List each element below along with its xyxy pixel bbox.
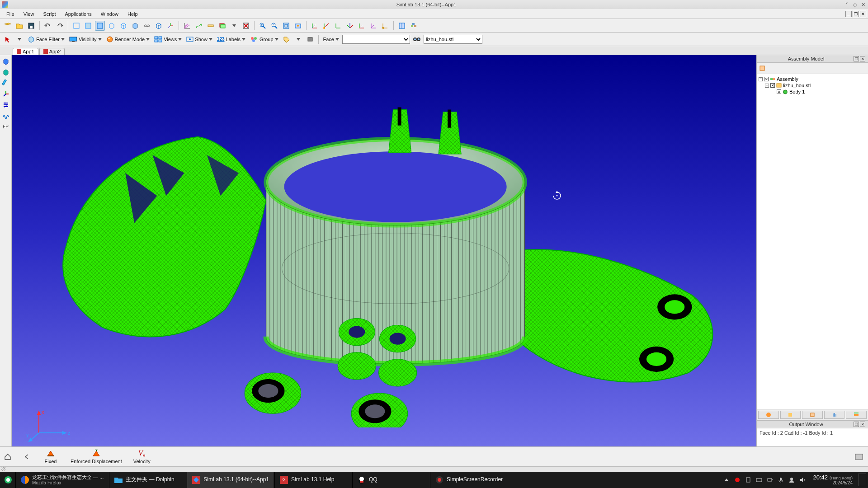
- show-desktop-button[interactable]: [858, 474, 866, 486]
- render-mode-dropdown[interactable]: Render Mode: [105, 34, 151, 44]
- select-box2-icon[interactable]: [83, 21, 93, 31]
- axes-origin-icon[interactable]: [165, 21, 175, 31]
- wave-icon[interactable]: [1, 111, 10, 120]
- coord-sys2-icon[interactable]: [321, 21, 331, 31]
- panel-btn-5[interactable]: [846, 411, 867, 419]
- cube-blue-icon[interactable]: [1, 57, 10, 66]
- show-dropdown[interactable]: Show: [185, 34, 214, 44]
- mdi-minimize-button[interactable]: _: [845, 11, 852, 17]
- cmd-enforced-displacement[interactable]: Enforced Displacement: [71, 449, 122, 464]
- window-maximize-button[interactable]: ◇: [852, 1, 858, 8]
- face-selector-dropdown[interactable]: Face: [322, 34, 340, 44]
- chip-icon[interactable]: [305, 34, 315, 44]
- coord-sys4-icon[interactable]: [345, 21, 355, 31]
- coord-sys7-icon[interactable]: [380, 21, 390, 31]
- tray-volume-icon[interactable]: [799, 477, 806, 483]
- taskbar-app-simlab-help[interactable]: ? SimLab 13.1 Help: [274, 472, 351, 488]
- ruler-icon[interactable]: [206, 21, 216, 31]
- layers-icon[interactable]: [217, 21, 227, 31]
- tray-user-icon[interactable]: [788, 477, 795, 483]
- new-icon[interactable]: [3, 21, 13, 31]
- tray-keyboard-icon[interactable]: [756, 477, 762, 483]
- menu-applications[interactable]: Applications: [61, 10, 96, 18]
- tag-icon[interactable]: [282, 34, 292, 44]
- tree-node-file[interactable]: − ✕ lizhu_hou.stl: [759, 82, 866, 89]
- mdi-close-button[interactable]: ✕: [860, 11, 866, 17]
- cube-shaded-icon[interactable]: [130, 21, 140, 31]
- graph-lines-icon[interactable]: [182, 21, 192, 31]
- visibility-dropdown[interactable]: Visibility: [68, 34, 103, 44]
- undo-icon[interactable]: [43, 21, 53, 31]
- cmd-extra[interactable]: [854, 452, 864, 461]
- taskbar-app-qq[interactable]: QQ: [352, 472, 429, 488]
- ruler-diag-icon[interactable]: [1, 79, 10, 88]
- tree-node-body[interactable]: ✕ Body 1: [759, 89, 866, 95]
- taskbar-app-simlab[interactable]: SimLab 13.1 (64-bit)--App1: [187, 472, 274, 488]
- coord-sys1-icon[interactable]: [310, 21, 320, 31]
- assembly-tree[interactable]: − ✕ Assembly − ✕ lizhu_hou.stl ✕ Body 1: [757, 74, 868, 409]
- tab-app2[interactable]: App2: [39, 48, 65, 55]
- window-minimize-button[interactable]: ˅: [844, 1, 850, 8]
- tray-battery-icon[interactable]: [767, 477, 773, 483]
- panel-btn-4[interactable]: [824, 411, 845, 419]
- views-dropdown[interactable]: Views: [153, 34, 183, 44]
- select-box-active-icon[interactable]: [95, 21, 105, 31]
- zoom-out-icon[interactable]: [269, 21, 279, 31]
- panel-close-button[interactable]: ✕: [860, 422, 865, 427]
- coord-sys3-icon[interactable]: [333, 21, 343, 31]
- model-combo[interactable]: lizhu_hou.stl: [424, 35, 482, 44]
- cmd-fixed[interactable]: Fixed: [42, 449, 60, 464]
- home-icon[interactable]: [4, 453, 12, 461]
- sliders-icon[interactable]: [1, 100, 10, 109]
- tree-node-assembly[interactable]: − ✕ Assembly: [759, 76, 866, 82]
- menu-help[interactable]: Help: [123, 10, 142, 18]
- tree-options-icon[interactable]: [758, 64, 766, 72]
- taskbar-clock[interactable]: 20:42 (Hong Kong) 2024/5/24: [810, 474, 855, 485]
- output-window[interactable]: Face Id : 2 Cad Id : -1 Body Id : 1: [757, 428, 868, 446]
- viewport-3d[interactable]: x y z: [12, 55, 756, 446]
- mdi-restore-button[interactable]: ❐: [853, 11, 859, 17]
- panel-close-button[interactable]: ✕: [860, 56, 865, 61]
- select-wire-icon[interactable]: [118, 21, 128, 31]
- window-close-button[interactable]: ✕: [860, 1, 866, 8]
- menu-script[interactable]: Script: [38, 10, 60, 18]
- redo-icon[interactable]: [55, 21, 65, 31]
- checkbox[interactable]: ✕: [764, 77, 769, 81]
- select-box-icon[interactable]: [71, 21, 81, 31]
- tray-clipboard-icon[interactable]: [745, 477, 751, 483]
- chevron-down-icon[interactable]: [14, 34, 24, 44]
- cube-teal-icon[interactable]: [1, 68, 10, 77]
- coord-sys6-icon[interactable]: [368, 21, 378, 31]
- face-combo[interactable]: [342, 35, 410, 44]
- screenshot-icon[interactable]: [293, 21, 303, 31]
- panel-undock-button[interactable]: ❐: [854, 56, 859, 61]
- tray-mic-icon[interactable]: [778, 477, 784, 483]
- start-menu-button[interactable]: [2, 474, 14, 486]
- link-icon[interactable]: [142, 21, 152, 31]
- binoculars-icon[interactable]: [412, 34, 422, 44]
- select-cube-icon[interactable]: [107, 21, 117, 31]
- checkbox[interactable]: ✕: [777, 89, 781, 94]
- face-filter-dropdown[interactable]: Face Filter: [26, 34, 66, 44]
- tray-chevron-up-icon[interactable]: [723, 477, 730, 483]
- taskbar-app-ssr[interactable]: SimpleScreenRecorder: [430, 472, 507, 488]
- labels-dropdown[interactable]: 123 Labels: [216, 34, 247, 44]
- cmd-velocity[interactable]: Ve Velocity: [133, 449, 151, 464]
- menu-window[interactable]: Window: [96, 10, 123, 18]
- coord-sys5-icon[interactable]: [357, 21, 367, 31]
- fp-label[interactable]: FP: [1, 122, 10, 131]
- panel-btn-3[interactable]: [802, 411, 823, 419]
- delete-box-icon[interactable]: [241, 21, 251, 31]
- cube-outline-icon[interactable]: [154, 21, 164, 31]
- menu-file[interactable]: File: [2, 10, 19, 18]
- group-dropdown[interactable]: Group: [249, 34, 280, 44]
- fit-view-icon[interactable]: [281, 21, 291, 31]
- pointer-icon[interactable]: [3, 34, 13, 44]
- tab-app1[interactable]: App1: [13, 48, 38, 55]
- checkbox[interactable]: ✕: [770, 83, 775, 88]
- window-layout-icon[interactable]: [397, 21, 407, 31]
- tray-record-icon[interactable]: [734, 477, 741, 483]
- arrows-3d-icon[interactable]: [1, 89, 10, 99]
- menu-view[interactable]: View: [19, 10, 39, 18]
- taskbar-app-dolphin[interactable]: 主文件夹 — Dolphin: [109, 472, 186, 488]
